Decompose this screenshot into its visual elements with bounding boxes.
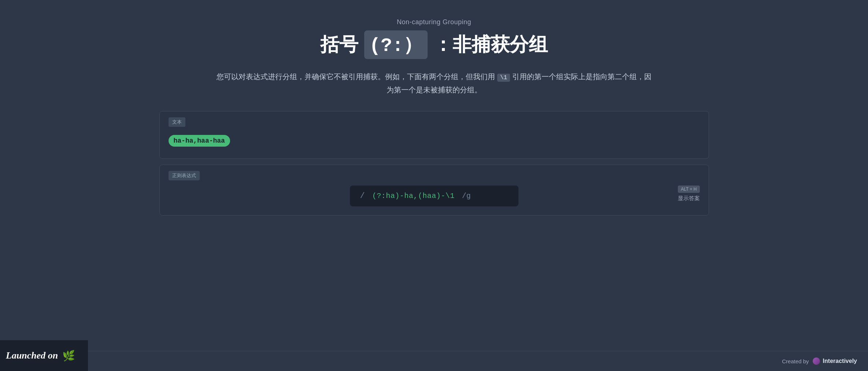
show-answer-button[interactable]: 显示答案 xyxy=(678,195,700,202)
main-content: Non-capturing Grouping 括号 (?:） ：非捕获分组 您可… xyxy=(0,0,868,351)
description: 您可以对表达式进行分组，并确保它不被引用捕获。例如，下面有两个分组，但我们用 \… xyxy=(214,70,654,96)
page-subtitle: Non-capturing Grouping xyxy=(397,18,471,26)
regex-pattern-text: (?:ha)-ha,(haa)-\1 xyxy=(372,192,455,200)
title-row: 括号 (?:） ：非捕获分组 xyxy=(320,30,548,59)
sections-container: 文本 ha-ha,haa-haa 正则表达式 / (?:ha)-ha,(haa)… xyxy=(159,111,709,221)
regex-input-box[interactable]: / (?:ha)-ha,(haa)-\1 /g xyxy=(350,186,518,206)
brand-logo: Interactively xyxy=(813,357,857,365)
logo-icon xyxy=(813,357,820,365)
created-by: Created by Interactively xyxy=(782,357,857,365)
footer: 💬 报告问题 Created by Interactively xyxy=(0,351,868,371)
text-highlighted-match: ha-ha,haa-haa xyxy=(169,135,230,147)
title-highlight-code: (?:） xyxy=(364,30,428,59)
alt-hint-badge: ALT + H xyxy=(678,186,699,193)
regex-section-label: 正则表达式 xyxy=(169,171,200,180)
title-suffix: ：非捕获分组 xyxy=(433,32,548,58)
regex-close-delimiter: /g xyxy=(462,192,471,200)
brand-name: Interactively xyxy=(823,358,857,364)
text-section-label: 文本 xyxy=(169,117,185,127)
launched-on-banner: Launched on 🌿 xyxy=(0,340,88,371)
regex-center: / (?:ha)-ha,(haa)-\1 /g xyxy=(213,186,656,206)
regex-open-delimiter: / xyxy=(360,191,365,201)
regex-row: / (?:ha)-ha,(haa)-\1 /g ALT + H 显示答案 xyxy=(169,186,700,206)
title-prefix: 括号 xyxy=(320,32,358,58)
leaf-icon: 🌿 xyxy=(62,350,75,362)
created-by-label: Created by xyxy=(782,358,809,364)
text-content: ha-ha,haa-haa xyxy=(169,132,700,150)
regex-section: 正则表达式 / (?:ha)-ha,(haa)-\1 /g ALT + H 显示… xyxy=(159,165,709,216)
text-section: 文本 ha-ha,haa-haa xyxy=(159,111,709,159)
launched-on-text: Launched on xyxy=(6,350,58,361)
regex-actions: ALT + H 显示答案 xyxy=(656,186,700,202)
inline-code-ref: \1 xyxy=(497,74,510,82)
